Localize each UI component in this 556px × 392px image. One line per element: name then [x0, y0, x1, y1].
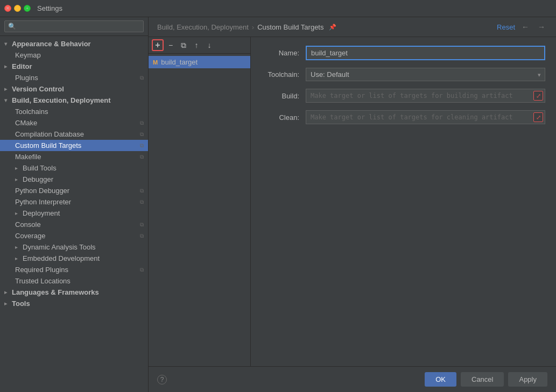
sidebar-item-required-plugins[interactable]: Required Plugins ⧉	[0, 264, 148, 275]
traffic-lights: ✕ − +	[4, 5, 31, 12]
sidebar-item-build-exec-deploy[interactable]: ▾ Build, Execution, Deployment	[0, 95, 148, 106]
cancel-button[interactable]: Cancel	[461, 372, 504, 387]
sidebar-item-label: Embedded Development	[23, 254, 100, 262]
toolchain-select[interactable]: Use: Default	[306, 68, 545, 81]
search-box	[0, 17, 148, 36]
expand-arrow: ▸	[4, 86, 10, 92]
expand-arrow: ▾	[4, 41, 10, 47]
breadcrumb-parent: Build, Execution, Deployment	[157, 23, 249, 31]
external-icon: ⧉	[140, 199, 144, 205]
back-button[interactable]: ←	[519, 22, 531, 32]
reset-button[interactable]: Reset	[497, 23, 515, 31]
remove-button[interactable]: −	[165, 39, 177, 51]
sidebar-item-custom-build-targets[interactable]: Custom Build Targets ⧉	[0, 140, 148, 151]
search-input[interactable]	[4, 20, 144, 32]
sidebar-item-console[interactable]: Console ⧉	[0, 219, 148, 230]
sidebar-item-label: Required Plugins	[15, 266, 68, 274]
sidebar-item-keymap[interactable]: Keymap	[0, 49, 148, 61]
expand-arrow: ▸	[15, 255, 20, 261]
build-expand-button[interactable]: ⤢	[533, 91, 543, 101]
sidebar-item-label: Coverage	[15, 232, 45, 240]
clean-label: Clean:	[262, 113, 299, 122]
name-input[interactable]	[306, 46, 545, 60]
add-button[interactable]: +	[152, 39, 164, 51]
external-icon: ⧉	[140, 154, 144, 160]
sidebar-item-label: Compilation Database	[15, 130, 84, 138]
breadcrumb-actions: Reset ← →	[497, 22, 547, 32]
sidebar-item-editor[interactable]: ▸ Editor	[0, 61, 148, 72]
sidebar-item-label: Trusted Locations	[15, 277, 71, 285]
expand-arrow: ▸	[15, 165, 20, 171]
content-area: + − ⧉ ↑ ↓ M build_target	[149, 37, 556, 366]
external-icon: ⧉	[140, 75, 144, 81]
sidebar-item-python-debugger[interactable]: Python Debugger ⧉	[0, 185, 148, 196]
toolchain-select-wrapper: Use: Default ▾	[306, 68, 545, 81]
help-button[interactable]: ?	[157, 375, 167, 384]
external-icon: ⧉	[140, 233, 144, 239]
sidebar-item-dynamic-analysis[interactable]: ▸ Dynamic Analysis Tools	[0, 241, 148, 253]
sidebar-item-label: Build, Execution, Deployment	[12, 96, 110, 104]
external-icon: ⧉	[140, 142, 144, 149]
list-item[interactable]: M build_target	[149, 56, 250, 68]
expand-arrow: ▸	[15, 176, 20, 182]
name-label: Name:	[262, 49, 299, 57]
maximize-button[interactable]: +	[24, 5, 31, 12]
pin-icon: 📌	[329, 24, 336, 31]
toolchain-label: Toolchain:	[262, 70, 299, 79]
external-icon: ⧉	[140, 222, 144, 228]
sidebar-item-coverage[interactable]: Coverage ⧉	[0, 230, 148, 241]
sidebar-item-deployment[interactable]: ▸ Deployment	[0, 208, 148, 219]
build-input[interactable]	[306, 89, 545, 103]
expand-arrow: ▸	[15, 210, 20, 216]
list-items: M build_target	[149, 54, 250, 366]
external-icon: ⧉	[140, 131, 144, 138]
toolchain-row: Toolchain: Use: Default ▾	[262, 68, 545, 81]
list-panel: + − ⧉ ↑ ↓ M build_target	[149, 37, 251, 366]
name-row: Name:	[262, 46, 545, 60]
sidebar-item-label: Plugins	[15, 74, 38, 82]
forward-button[interactable]: →	[536, 22, 547, 32]
sidebar-item-label: Keymap	[15, 51, 41, 59]
sidebar-item-trusted-locations[interactable]: Trusted Locations	[0, 275, 148, 287]
move-up-button[interactable]: ↑	[191, 39, 202, 51]
sidebar-item-compilation-db[interactable]: Compilation Database ⧉	[0, 129, 148, 140]
ok-button[interactable]: OK	[425, 372, 456, 387]
sidebar-item-cmake[interactable]: CMake ⧉	[0, 117, 148, 129]
sidebar-item-plugins[interactable]: Plugins ⧉	[0, 72, 148, 83]
sidebar-item-label: Toolchains	[15, 108, 48, 116]
breadcrumb-current: Custom Build Targets	[257, 23, 323, 31]
expand-arrow: ▸	[4, 301, 10, 307]
minimize-button[interactable]: −	[14, 5, 21, 12]
sidebar-item-embedded-dev[interactable]: ▸ Embedded Development	[0, 253, 148, 264]
sidebar-item-python-interpreter[interactable]: Python Interpreter ⧉	[0, 196, 148, 208]
clean-row: Clean: ⤢	[262, 110, 545, 124]
build-label: Build:	[262, 92, 299, 100]
sidebar-item-languages-frameworks[interactable]: ▸ Languages & Frameworks	[0, 287, 148, 298]
copy-button[interactable]: ⧉	[178, 39, 189, 51]
entry-m-icon: M	[153, 59, 158, 66]
build-row: Build: ⤢	[262, 89, 545, 103]
clean-input[interactable]	[306, 110, 545, 124]
close-button[interactable]: ✕	[4, 5, 11, 12]
sidebar-item-debugger[interactable]: ▸ Debugger	[0, 174, 148, 185]
sidebar-item-toolchains[interactable]: Toolchains	[0, 106, 148, 117]
sidebar-item-makefile[interactable]: Makefile ⧉	[0, 151, 148, 162]
right-panel: Build, Execution, Deployment › Custom Bu…	[149, 17, 556, 392]
move-down-button[interactable]: ↓	[203, 39, 215, 51]
sidebar-item-label: Editor	[12, 62, 32, 70]
titlebar: ✕ − + Settings	[0, 0, 556, 17]
sidebar-item-build-tools[interactable]: ▸ Build Tools	[0, 162, 148, 174]
list-toolbar: + − ⧉ ↑ ↓	[149, 37, 250, 54]
sidebar-item-tools[interactable]: ▸ Tools	[0, 298, 148, 309]
sidebar-item-label: Python Interpreter	[15, 198, 71, 206]
sidebar-item-label: Custom Build Targets	[15, 141, 81, 149]
expand-arrow: ▾	[4, 97, 10, 103]
sidebar-item-version-control[interactable]: ▸ Version Control	[0, 83, 148, 95]
sidebar-item-label: Deployment	[23, 209, 60, 217]
sidebar-item-appearance[interactable]: ▾ Appearance & Behavior	[0, 38, 148, 49]
window-title: Settings	[37, 4, 62, 12]
sidebar-item-label: Debugger	[23, 175, 53, 183]
clean-expand-button[interactable]: ⤢	[533, 112, 543, 122]
apply-button[interactable]: Apply	[508, 372, 547, 387]
sidebar-tree: ▾ Appearance & Behavior Keymap ▸ Editor …	[0, 36, 148, 392]
